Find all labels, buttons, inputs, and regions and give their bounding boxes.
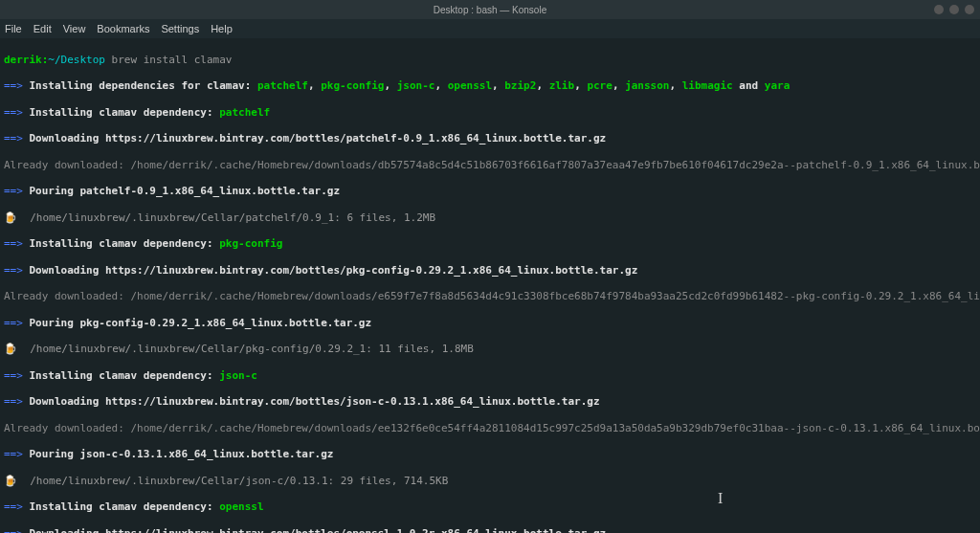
- output-line: ==> Downloading https://linuxbrew.bintra…: [4, 132, 976, 145]
- output-deps: ==> Installing dependencies for clamav: …: [4, 79, 976, 93]
- output-line: ==> Downloading https://linuxbrew.bintra…: [4, 527, 976, 533]
- menu-help[interactable]: Help: [211, 23, 233, 34]
- minimize-button[interactable]: [934, 5, 944, 14]
- arrow-icon: ==>: [4, 132, 30, 144]
- maximize-button[interactable]: [949, 5, 959, 14]
- dep: pcre: [587, 79, 612, 92]
- window-title: Desktop : bash — Konsole: [434, 5, 546, 15]
- close-button[interactable]: [965, 5, 974, 14]
- arrow-icon: ==>: [4, 317, 30, 329]
- output-line: Already downloaded: /home/derrik/.cache/…: [4, 159, 976, 172]
- terminal-output[interactable]: derrik:~/Desktop brew install clamav ==>…: [0, 38, 980, 533]
- beer-icon: 🍺: [4, 475, 30, 487]
- output-line: ==> Installing clamav dependency: openss…: [4, 500, 976, 514]
- prompt-user: derrik:: [4, 54, 48, 66]
- arrow-icon: ==>: [4, 527, 30, 533]
- dep: libmagic: [682, 79, 733, 92]
- text-cursor-icon: I: [718, 490, 723, 507]
- output-line: ==> Installing clamav dependency: json-c: [4, 369, 976, 383]
- menu-file[interactable]: File: [5, 23, 22, 34]
- beer-icon: 🍺: [4, 211, 30, 224]
- dep: openssl: [448, 79, 492, 92]
- prompt-line: derrik:~/Desktop brew install clamav: [4, 54, 976, 67]
- arrow-icon: ==>: [4, 106, 30, 119]
- dep: pkg-config: [321, 79, 384, 92]
- menu-settings[interactable]: Settings: [161, 23, 199, 34]
- prompt-command: brew install clamav: [105, 54, 232, 66]
- output-line: Already downloaded: /home/derrik/.cache/…: [4, 290, 976, 303]
- beer-icon: 🍺: [4, 343, 30, 355]
- arrow-icon: ==>: [4, 79, 30, 92]
- dep: jansson: [625, 79, 669, 92]
- text: Installing dependencies for clamav:: [30, 79, 257, 92]
- menu-bookmarks[interactable]: Bookmarks: [97, 23, 149, 34]
- output-line: ==> Downloading https://linuxbrew.bintra…: [4, 264, 976, 278]
- arrow-icon: ==>: [4, 264, 30, 277]
- arrow-icon: ==>: [4, 395, 30, 408]
- arrow-icon: ==>: [4, 369, 30, 382]
- dep: yara: [765, 79, 791, 92]
- window-controls: [934, 5, 974, 14]
- output-line: ==> Installing clamav dependency: patche…: [4, 106, 976, 120]
- dep: json-c: [397, 79, 435, 92]
- menu-edit[interactable]: Edit: [33, 23, 52, 34]
- dep: patchelf: [257, 79, 308, 92]
- menu-view[interactable]: View: [63, 23, 86, 34]
- output-line: Already downloaded: /home/derrik/.cache/…: [4, 422, 976, 435]
- output-line: ==> Pouring patchelf-0.9_1.x86_64_linux.…: [4, 185, 976, 198]
- arrow-icon: ==>: [4, 185, 30, 197]
- output-line: ==> Downloading https://linuxbrew.bintra…: [4, 395, 976, 409]
- arrow-icon: ==>: [4, 448, 30, 460]
- window-titlebar: Desktop : bash — Konsole: [0, 0, 980, 19]
- arrow-icon: ==>: [4, 500, 30, 513]
- output-line: 🍺 /home/linuxbrew/.linuxbrew/Cellar/patc…: [4, 211, 976, 225]
- prompt-path: ~/Desktop: [48, 54, 105, 66]
- output-line: 🍺 /home/linuxbrew/.linuxbrew/Cellar/pkg-…: [4, 343, 976, 356]
- menu-bar: File Edit View Bookmarks Settings Help: [0, 19, 980, 38]
- dep: zlib: [549, 79, 575, 92]
- output-line: 🍺 /home/linuxbrew/.linuxbrew/Cellar/json…: [4, 475, 976, 488]
- dep: bzip2: [504, 79, 536, 92]
- output-line: ==> Pouring json-c-0.13.1.x86_64_linux.b…: [4, 448, 976, 461]
- arrow-icon: ==>: [4, 237, 30, 250]
- output-line: ==> Pouring pkg-config-0.29.2_1.x86_64_l…: [4, 317, 976, 330]
- output-line: ==> Installing clamav dependency: pkg-co…: [4, 237, 976, 251]
